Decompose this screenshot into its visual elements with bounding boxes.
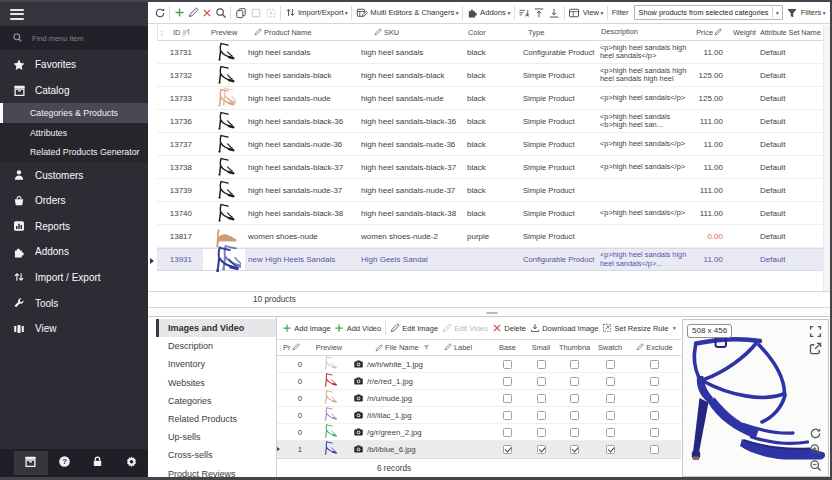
delete-button[interactable]: Delete xyxy=(492,323,526,333)
thumbnail-checkbox[interactable] xyxy=(570,377,579,386)
product-row[interactable]: 13738 high heel sandals-black-37high hee… xyxy=(157,156,830,179)
resize-rule-dropdown-icon[interactable]: ▾ xyxy=(673,325,676,331)
products-vertical-scrollbar[interactable] xyxy=(823,25,830,291)
swatch-checkbox[interactable] xyxy=(606,360,615,369)
product-row[interactable]: 13736 high heel sandals-black-36high hee… xyxy=(157,110,830,133)
exclude-checkbox[interactable] xyxy=(650,411,659,420)
rotate-icon[interactable] xyxy=(809,427,822,440)
base-checkbox[interactable] xyxy=(503,377,512,386)
exclude-checkbox[interactable] xyxy=(650,394,659,403)
media-row[interactable]: 0 /w/h/white_1.jpg xyxy=(277,356,681,373)
hamburger-menu-icon[interactable] xyxy=(10,9,24,20)
thumbnail-checkbox-checked[interactable] xyxy=(570,445,579,454)
settings-button[interactable] xyxy=(115,451,149,475)
thumbnail-checkbox[interactable] xyxy=(570,360,579,369)
products-header-attribute-set[interactable]: Attribute Set Name xyxy=(759,28,830,37)
search-button[interactable] xyxy=(215,7,227,19)
products-header-price[interactable]: Price xyxy=(696,28,724,37)
product-row[interactable]: 13740 high heel sandals-black-38high hee… xyxy=(157,202,830,225)
tab-images-and-video[interactable]: Images and Video xyxy=(156,319,276,337)
edit-image-button[interactable]: Edit Image xyxy=(390,323,438,333)
help-button[interactable]: ? xyxy=(48,451,82,475)
products-header-color[interactable]: Color xyxy=(463,28,518,37)
swatch-checkbox[interactable] xyxy=(606,428,615,437)
tab-inventory[interactable]: Inventory xyxy=(156,355,276,373)
sidebar-item-reports[interactable]: Reports xyxy=(0,213,148,239)
media-header-file-name[interactable]: File Name xyxy=(353,343,440,352)
media-header-label[interactable]: Label xyxy=(440,343,490,352)
product-row[interactable]: 13931 new High Heels SandalsHigh Geels S… xyxy=(157,248,830,271)
edit-video-button[interactable]: Edit Video xyxy=(442,323,489,333)
exclude-checkbox[interactable] xyxy=(650,445,659,454)
swatch-checkbox[interactable] xyxy=(606,411,615,420)
sidebar-item-view[interactable]: View xyxy=(0,316,148,342)
product-row[interactable]: 13733 high heel sandals-nudehigh heel sa… xyxy=(157,87,830,110)
base-checkbox-checked[interactable] xyxy=(503,445,512,454)
media-row[interactable]: 0 /n/u/nude.jpg xyxy=(277,390,681,407)
filters-menu[interactable]: Filters▾ xyxy=(786,7,825,19)
copy-button[interactable] xyxy=(235,7,247,19)
product-row[interactable]: 13817 women shoes-nudewomen shoes-nude-2… xyxy=(157,225,830,248)
base-checkbox[interactable] xyxy=(503,360,512,369)
base-checkbox[interactable] xyxy=(503,394,512,403)
add-video-button[interactable]: Add Video xyxy=(334,323,381,333)
multi-editors-menu[interactable]: Multi Editors & Changers▾ xyxy=(356,7,459,19)
small-checkbox[interactable] xyxy=(537,411,546,420)
media-header-base[interactable]: Base xyxy=(490,343,525,352)
media-header-swatch[interactable]: Swatch xyxy=(592,343,628,352)
products-header-weight[interactable]: Weight xyxy=(724,28,759,37)
tab-up-sells[interactable]: Up-sells xyxy=(156,428,276,446)
swatch-checkbox[interactable] xyxy=(606,377,615,386)
delete-button[interactable] xyxy=(202,8,212,18)
media-header-preview[interactable]: Preview xyxy=(305,343,353,352)
filter-select[interactable]: Show products from selected categories▾ xyxy=(634,5,783,20)
media-header-small[interactable]: Small xyxy=(525,343,557,352)
products-header-sku[interactable]: SKU xyxy=(358,28,463,37)
collapse-rows-button[interactable] xyxy=(548,7,560,19)
swatch-checkbox[interactable] xyxy=(606,394,615,403)
products-header-marker[interactable]: ⋮ xyxy=(158,29,165,36)
paste-button[interactable] xyxy=(250,7,262,19)
tab-description[interactable]: Description xyxy=(156,337,276,355)
product-row[interactable]: 13739 high heel sandals-nude-37high heel… xyxy=(157,179,830,202)
sidebar-subitem-related-products-generator[interactable]: Related Products Generator xyxy=(0,143,148,163)
import-export-menu[interactable]: Import/Export▾ xyxy=(285,7,348,18)
expand-rows-button[interactable] xyxy=(533,7,545,19)
thumbnail-checkbox[interactable] xyxy=(570,394,579,403)
view-menu[interactable]: View▾ xyxy=(568,7,603,19)
refresh-button[interactable] xyxy=(154,7,166,19)
media-row[interactable]: 1 /b/l/blue_6.jpg xyxy=(277,441,681,458)
tab-related-products[interactable]: Related Products xyxy=(156,410,276,428)
sidebar-item-orders[interactable]: Orders xyxy=(0,188,148,214)
set-resize-rule-button[interactable]: Set Resize Rule xyxy=(602,323,668,333)
products-header-name[interactable]: Product Name xyxy=(246,28,358,37)
sidebar-subitem-attributes[interactable]: Attributes xyxy=(0,123,148,143)
product-image[interactable] xyxy=(683,320,828,476)
small-checkbox[interactable] xyxy=(537,428,546,437)
sidebar-item-import-export[interactable]: Import / Export xyxy=(0,265,148,291)
media-header-exclude[interactable]: Exclude xyxy=(628,343,681,352)
media-header-thumbnail[interactable]: Thumbna xyxy=(557,343,592,352)
paste-new-button[interactable] xyxy=(265,7,277,19)
products-header-id[interactable]: ID xyxy=(165,28,204,37)
sidebar-item-favorites[interactable]: Favorites xyxy=(0,52,148,78)
add-button[interactable] xyxy=(174,7,185,18)
small-checkbox[interactable] xyxy=(537,394,546,403)
media-row[interactable]: 0 /g/r/green_2.jpg xyxy=(277,424,681,441)
tab-product-reviews[interactable]: Product Reviews xyxy=(156,465,276,478)
panel-splitter[interactable] xyxy=(148,309,830,316)
edit-button[interactable] xyxy=(188,7,199,18)
sidebar-item-customers[interactable]: Customers xyxy=(0,162,148,188)
swatch-checkbox-checked[interactable] xyxy=(606,445,615,454)
media-header-priority[interactable]: Pr xyxy=(283,343,305,352)
add-image-button[interactable]: Add Image xyxy=(282,323,331,333)
media-row[interactable]: 0 /r/e/red_1.jpg xyxy=(277,373,681,390)
exclude-checkbox[interactable] xyxy=(650,377,659,386)
tab-websites[interactable]: Websites xyxy=(156,374,276,392)
sidebar-item-catalog[interactable]: Catalog xyxy=(0,78,148,104)
store-button[interactable] xyxy=(14,451,48,475)
thumbnail-checkbox[interactable] xyxy=(570,428,579,437)
base-checkbox[interactable] xyxy=(503,411,512,420)
exclude-checkbox[interactable] xyxy=(650,428,659,437)
sidebar-item-addons[interactable]: Addons xyxy=(0,239,148,265)
